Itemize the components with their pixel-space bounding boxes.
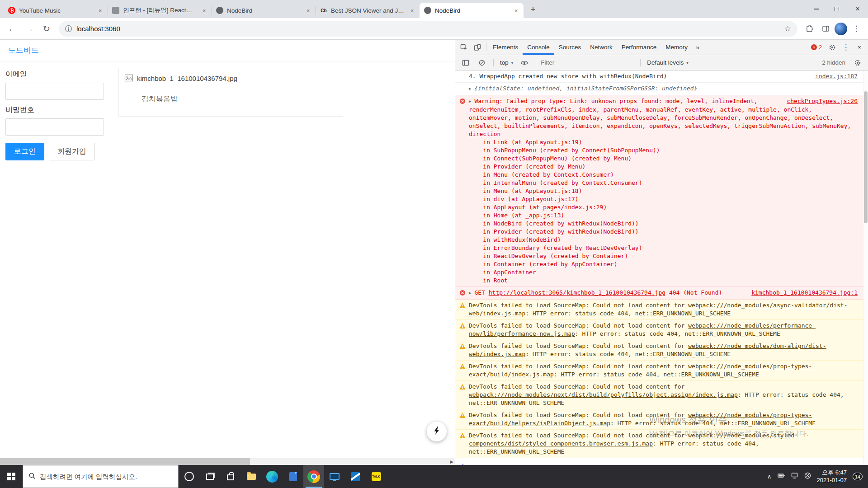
tab-close-icon[interactable]: × [200,7,208,14]
source-link[interactable]: index.js:187 [815,72,858,80]
log-levels-selector[interactable]: Default levels ▾ [645,58,690,67]
more-tabs-icon[interactable]: » [692,43,703,51]
console-filter-input[interactable] [541,59,636,66]
console-warning-row[interactable]: DevTools failed to load SourceMap: Could… [455,361,863,381]
tab-title: 인프런 - [리뉴얼] React로 Node... [123,6,197,14]
nextjs-prerender-indicator[interactable] [427,422,447,441]
tab-close-icon[interactable]: × [408,7,416,14]
login-button[interactable]: 로그인 [5,143,44,160]
tab-close-icon[interactable]: × [304,7,312,14]
address-bar[interactable]: localhost:3060 ☆ [59,21,797,37]
microsoft-store-button[interactable] [220,465,241,488]
edge-button[interactable] [262,465,283,488]
devtools-scrollbar-thumb[interactable] [864,91,868,223]
tab-console[interactable]: Console [523,40,554,55]
tab-memory[interactable]: Memory [661,40,692,55]
tab-youtube-music[interactable]: YouTube Music × [4,3,108,18]
source-link[interactable]: checkPropTypes.js:20 [787,97,858,105]
sourcemap-link[interactable]: webpack:///node_modules/next/dist/build/… [469,391,738,398]
network-icon[interactable] [791,472,798,481]
task-view-button[interactable] [199,465,220,488]
tab-nodebird-1[interactable]: NodeBird × [212,3,316,18]
context-selector[interactable]: top ▾ [498,58,515,67]
horizontal-scrollbar[interactable]: ▶ [0,458,455,465]
email-field[interactable] [5,83,104,100]
console-warning-row[interactable]: DevTools failed to load SourceMap: Could… [455,381,863,409]
horizontal-scrollbar-thumb[interactable] [0,458,250,465]
side-panel-icon[interactable] [818,22,833,36]
page-body: 이메일 비밀번호 로그인 회원가입 kimchbob_1_16100104367 [0,61,455,167]
console-prompt[interactable]: › [455,458,863,465]
cortana-button[interactable] [179,465,199,488]
start-button[interactable] [0,465,23,488]
action-center-badge[interactable]: 14 [853,473,863,480]
expand-caret-icon[interactable]: ▶ [469,289,471,297]
object-preview-text[interactable]: {initialState: undefined, initialStateFr… [474,85,697,92]
console-output[interactable]: index.js:187 4. WrappedApp created new s… [455,70,868,465]
console-warning-row[interactable]: DevTools failed to load SourceMap: Could… [455,340,863,361]
window-close-button[interactable]: × [847,0,868,18]
display-app-button[interactable] [324,465,345,488]
tab-performance[interactable]: Performance [617,40,661,55]
console-warning-row[interactable]: DevTools failed to load SourceMap: Could… [455,430,863,458]
tab-json-viewer[interactable]: Cb Best JSON Viewer and JSON Be... × [316,3,420,18]
live-expression-eye-icon[interactable] [518,56,531,69]
console-warning-row[interactable]: DevTools failed to load SourceMap: Could… [455,300,863,320]
tab-nodebird-active[interactable]: NodeBird × [420,3,524,18]
extensions-icon[interactable] [802,22,816,36]
battery-icon[interactable] [778,472,785,481]
profile-avatar[interactable] [835,23,847,35]
error-count-badge[interactable]: × 2 [811,44,822,51]
devtools-menu-icon[interactable]: ⋮ [839,41,853,54]
file-explorer-button[interactable] [241,465,262,488]
expand-caret-icon[interactable]: ▶ [469,84,471,93]
url-text[interactable]: localhost:3060 [76,25,120,33]
devtools-settings-icon[interactable] [826,41,839,54]
clear-console-icon[interactable] [475,56,489,69]
tab-close-icon[interactable]: × [512,7,520,14]
console-settings-icon[interactable] [851,56,864,69]
devtools-scrollbar[interactable] [863,70,868,465]
bookmark-star-icon[interactable]: ☆ [784,24,791,33]
site-info-icon[interactable] [65,25,72,32]
taskbar-search-input[interactable] [40,473,173,480]
forward-button[interactable]: → [22,21,37,37]
console-error-row[interactable]: kimchbob_1_1610010436794.jpg:1 ▶GET http… [455,287,863,300]
request-url-link[interactable]: http://localhost:3065/kimchbob_1_1610010… [489,289,665,296]
tab-inflearn[interactable]: 인프런 - [리뉴얼] React로 Node... × [108,3,212,18]
tab-elements[interactable]: Elements [488,40,523,55]
source-link[interactable]: kimchbob_1_1610010436794.jpg:1 [751,289,858,297]
kakaotalk-button[interactable]: TALK [366,465,387,488]
show-hidden-icons-chevron[interactable]: ∧ [767,473,772,480]
documents-app-button[interactable] [283,465,303,488]
window-minimize-button[interactable] [806,0,826,18]
taskbar-clock[interactable]: 오후 6:47 2021-01-07 [817,469,847,484]
console-warning-row[interactable]: DevTools failed to load SourceMap: Could… [455,320,863,340]
console-log-row[interactable]: index.js:187 4. WrappedApp created new s… [455,70,863,83]
window-maximize-button[interactable] [826,0,847,18]
back-button[interactable]: ← [5,21,20,37]
device-toolbar-icon[interactable] [471,41,484,54]
devtools-close-icon[interactable]: × [853,41,866,54]
inspect-element-icon[interactable] [457,41,471,54]
password-field[interactable] [5,118,104,136]
reload-button[interactable]: ↻ [39,21,54,37]
taskbar-search[interactable] [23,465,179,488]
nodebird-brand-link[interactable]: 노드버드 [2,45,45,56]
new-tab-button[interactable]: + [526,3,540,16]
scroll-right-arrow-icon[interactable]: ▶ [450,458,453,465]
expand-caret-icon[interactable]: ▶ [469,97,471,105]
tab-close-icon[interactable]: × [96,7,104,14]
console-sidebar-icon[interactable] [459,56,472,69]
browser-menu-button[interactable]: ⋮ [849,22,863,36]
console-warning-row[interactable]: DevTools failed to load SourceMap: Could… [455,409,863,430]
warning-text: DevTools failed to load SourceMap: Could… [469,432,688,439]
vscode-button[interactable] [345,465,366,488]
console-error-row[interactable]: checkPropTypes.js:20 ▶Warning: Failed pr… [455,95,863,287]
tab-sources[interactable]: Sources [554,40,586,55]
chrome-button[interactable] [303,465,324,488]
volume-muted-icon[interactable] [804,472,811,481]
console-object-row[interactable]: ▶{initialState: undefined, initialStateF… [455,83,863,95]
tab-network[interactable]: Network [585,40,617,55]
signup-button[interactable]: 회원가입 [49,143,95,160]
